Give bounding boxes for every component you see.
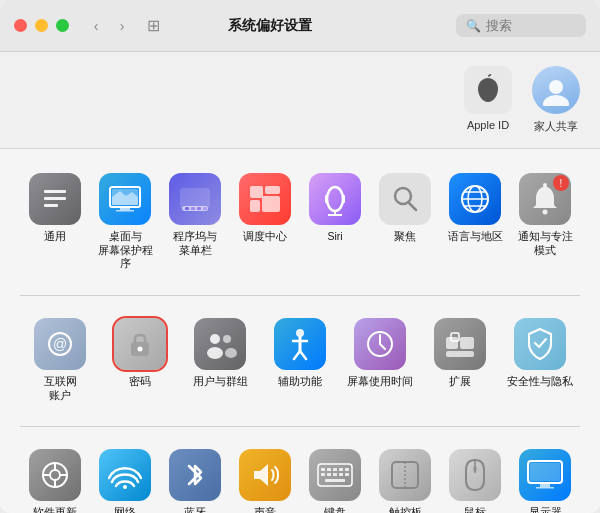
- pref-item-dock[interactable]: 程序坞与 菜单栏: [160, 167, 230, 277]
- section-personal: 通用 桌面与 屏幕保护程序: [20, 167, 580, 277]
- access-label: 辅助功能: [278, 375, 322, 389]
- close-button[interactable]: [14, 19, 27, 32]
- keyboard-label: 键盘: [324, 506, 346, 513]
- svg-point-38: [207, 347, 223, 359]
- software-label: 软件更新: [33, 506, 77, 513]
- bluetooth-label: 蓝牙: [184, 506, 206, 513]
- pref-item-bluetooth[interactable]: 蓝牙: [160, 443, 230, 513]
- svg-rect-61: [327, 473, 331, 476]
- extensions-icon: [434, 318, 486, 370]
- svg-point-19: [327, 187, 343, 211]
- pref-item-security[interactable]: 安全性与隐私: [500, 312, 580, 408]
- pref-item-mission[interactable]: 调度中心: [230, 167, 300, 277]
- pref-item-trackpad[interactable]: 触控板: [370, 443, 440, 513]
- apple-id-label: Apple ID: [467, 119, 509, 131]
- svg-rect-64: [345, 473, 349, 476]
- pref-item-spotlight[interactable]: 聚焦: [370, 167, 440, 277]
- svg-rect-11: [185, 207, 189, 210]
- screentime-label: 屏幕使用时间: [347, 375, 413, 389]
- section-hardware: 软件更新 网络: [20, 443, 580, 513]
- siri-icon: [309, 173, 361, 225]
- svg-rect-13: [197, 207, 201, 210]
- pref-item-extensions[interactable]: 扩展: [420, 312, 500, 408]
- svg-rect-46: [446, 351, 474, 357]
- svg-rect-15: [250, 186, 263, 198]
- search-input[interactable]: [486, 18, 576, 33]
- pref-item-software[interactable]: 软件更新: [20, 443, 90, 513]
- notif-icon: !: [519, 173, 571, 225]
- software-icon: [29, 449, 81, 501]
- security-icon: [514, 318, 566, 370]
- users-label: 用户与群组: [193, 375, 248, 389]
- pref-item-internet[interactable]: @ 互联网 账户: [20, 312, 100, 408]
- pref-item-display[interactable]: 显示器: [510, 443, 580, 513]
- pref-item-notif[interactable]: ! 通知与专注模式: [510, 167, 580, 277]
- svg-point-24: [395, 188, 411, 204]
- pref-item-sound[interactable]: 声音: [230, 443, 300, 513]
- search-icon: 🔍: [466, 19, 481, 33]
- svg-rect-71: [530, 463, 560, 481]
- screentime-icon: [354, 318, 406, 370]
- pref-item-network[interactable]: 网络: [90, 443, 160, 513]
- family-item[interactable]: 家人共享: [532, 66, 580, 134]
- svg-point-0: [549, 80, 563, 94]
- sound-label: 声音: [254, 506, 276, 513]
- section-divider-1: [20, 295, 580, 296]
- trackpad-icon: [379, 449, 431, 501]
- search-bar[interactable]: 🔍: [456, 14, 586, 37]
- mouse-icon: [449, 449, 501, 501]
- svg-point-40: [225, 348, 237, 358]
- svg-rect-16: [265, 186, 280, 194]
- internet-icon: @: [34, 318, 86, 370]
- desktop-label: 桌面与 屏幕保护程序: [94, 230, 156, 271]
- dock-label: 程序坞与 菜单栏: [173, 230, 217, 257]
- pref-row-1: 通用 桌面与 屏幕保护程序: [20, 167, 580, 277]
- pref-item-users[interactable]: 用户与群组: [180, 312, 260, 408]
- pref-item-desktop[interactable]: 桌面与 屏幕保护程序: [90, 167, 160, 277]
- pref-item-language[interactable]: 语言与地区: [440, 167, 510, 277]
- pref-item-access[interactable]: 辅助功能: [260, 312, 340, 408]
- svg-rect-17: [250, 200, 260, 212]
- password-icon: [114, 318, 166, 370]
- internet-label: 互联网 账户: [44, 375, 77, 402]
- section-accounts: @ 互联网 账户 密码: [20, 312, 580, 408]
- svg-rect-18: [262, 196, 280, 212]
- family-icon: [532, 66, 580, 114]
- svg-rect-8: [116, 210, 134, 212]
- sound-icon: [239, 449, 291, 501]
- users-icon: [194, 318, 246, 370]
- minimize-button[interactable]: [35, 19, 48, 32]
- svg-point-36: [138, 346, 143, 351]
- traffic-lights: [14, 19, 69, 32]
- svg-rect-55: [321, 468, 325, 471]
- pref-item-mouse[interactable]: 鼠标: [440, 443, 510, 513]
- dock-icon: [169, 173, 221, 225]
- svg-point-31: [543, 210, 548, 215]
- pref-row-2: @ 互联网 账户 密码: [20, 312, 580, 408]
- mission-label: 调度中心: [243, 230, 287, 244]
- svg-line-25: [409, 203, 416, 210]
- svg-rect-12: [191, 207, 195, 210]
- language-label: 语言与地区: [448, 230, 503, 244]
- svg-point-69: [473, 466, 477, 472]
- access-icon: [274, 318, 326, 370]
- apple-id-item[interactable]: Apple ID: [464, 66, 512, 134]
- spotlight-label: 聚焦: [394, 230, 416, 244]
- password-label: 密码: [129, 375, 151, 389]
- svg-point-53: [123, 485, 127, 489]
- svg-rect-4: [44, 204, 58, 207]
- svg-rect-7: [120, 207, 130, 210]
- titlebar: ‹ › ⊞ 系统偏好设置 🔍: [0, 0, 600, 52]
- pref-item-password[interactable]: 密码: [100, 312, 180, 408]
- general-icon: [29, 173, 81, 225]
- apple-id-icon: [464, 66, 512, 114]
- svg-rect-2: [44, 190, 66, 193]
- svg-rect-59: [345, 468, 349, 471]
- pref-item-screentime[interactable]: 屏幕使用时间: [340, 312, 420, 408]
- pref-item-general[interactable]: 通用: [20, 167, 90, 277]
- pref-item-keyboard[interactable]: 键盘: [300, 443, 370, 513]
- svg-rect-65: [325, 479, 345, 482]
- pref-item-siri[interactable]: Siri: [300, 167, 370, 277]
- maximize-button[interactable]: [56, 19, 69, 32]
- display-label: 显示器: [529, 506, 562, 513]
